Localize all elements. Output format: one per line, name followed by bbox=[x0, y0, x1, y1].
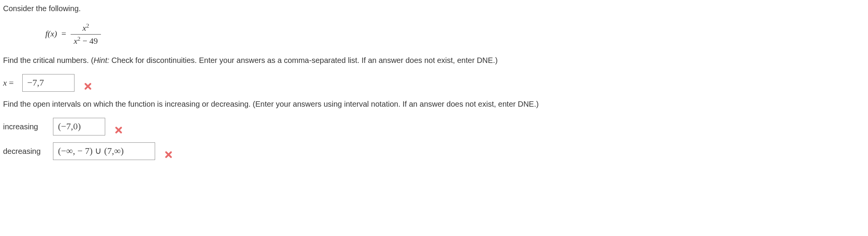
prompt1-hint-label: Hint: bbox=[94, 56, 109, 64]
num-x: x bbox=[83, 23, 86, 33]
x-equals-label: x = bbox=[3, 77, 15, 89]
incorrect-icon bbox=[114, 126, 123, 137]
den-x: x bbox=[74, 36, 78, 46]
increasing-label: increasing bbox=[3, 121, 45, 132]
prompt1-b: Check for discontinuities. Enter your an… bbox=[109, 56, 498, 64]
den-tail: − 49 bbox=[80, 36, 98, 46]
intro-text: Consider the following. bbox=[3, 3, 865, 14]
increasing-input[interactable]: (−7,0) bbox=[53, 118, 105, 135]
function-formula: f(x) = x2 x2 − 49 bbox=[45, 21, 865, 47]
answer-row-critical: x = −7,7 bbox=[3, 74, 865, 92]
prompt-critical-numbers: Find the critical numbers. (Hint: Check … bbox=[3, 55, 865, 66]
prompt-intervals: Find the open intervals on which the fun… bbox=[3, 99, 865, 109]
answer-row-decreasing: decreasing (−∞, − 7) ∪ (7,∞) bbox=[3, 142, 865, 160]
answer-row-increasing: increasing (−7,0) bbox=[3, 118, 865, 135]
incorrect-icon bbox=[164, 150, 173, 162]
decreasing-label: decreasing bbox=[3, 146, 45, 157]
x-eq: = bbox=[7, 78, 14, 87]
num-sup: 2 bbox=[86, 22, 89, 29]
equals-sign: = bbox=[61, 29, 66, 38]
decreasing-input[interactable]: (−∞, − 7) ∪ (7,∞) bbox=[53, 142, 155, 160]
critical-numbers-input[interactable]: −7,7 bbox=[22, 74, 74, 92]
x-var: x bbox=[3, 78, 7, 87]
incorrect-icon bbox=[84, 82, 92, 93]
denominator: x2 − 49 bbox=[71, 35, 101, 47]
prompt1-a: Find the critical numbers. ( bbox=[3, 56, 94, 64]
numerator: x2 bbox=[71, 21, 101, 35]
fraction: x2 x2 − 49 bbox=[71, 21, 101, 47]
lhs-fx: f(x) bbox=[45, 29, 57, 38]
